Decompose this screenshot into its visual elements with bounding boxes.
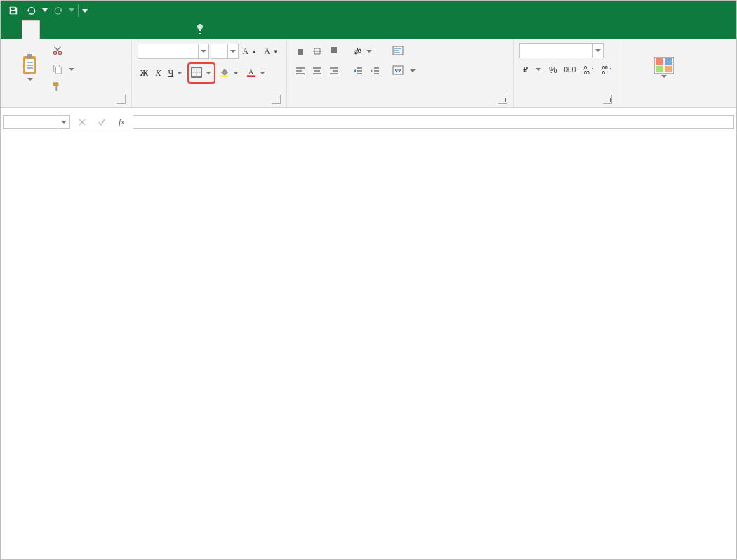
bold-button[interactable]: Ж	[138, 65, 152, 81]
format-as-table-button[interactable]	[704, 41, 726, 93]
italic-button[interactable]: К	[152, 65, 164, 81]
accounting-format-icon[interactable]: ₽	[519, 61, 545, 78]
lightbulb-icon	[196, 24, 204, 36]
svg-point-6	[58, 51, 61, 54]
group-font: A▲ A▼ Ж К Ч A	[132, 40, 287, 107]
font-name-combo[interactable]	[138, 44, 209, 59]
number-format-combo[interactable]	[519, 43, 604, 58]
svg-point-5	[53, 51, 56, 54]
svg-text:,00: ,00	[601, 65, 608, 70]
tell-me[interactable]	[189, 21, 215, 39]
chevron-down-icon	[27, 78, 34, 81]
chevron-down-icon	[68, 68, 75, 71]
svg-text:₽: ₽	[523, 65, 528, 74]
chevron-down-icon	[592, 44, 603, 58]
percent-format-icon[interactable]: %	[546, 61, 560, 78]
chevron-down-icon	[409, 69, 416, 72]
group-alignment: ab	[287, 40, 514, 107]
dialog-launcher-icon[interactable]	[498, 95, 507, 104]
redo-dropdown-icon[interactable]	[68, 8, 75, 12]
merge-center-button[interactable]	[390, 62, 419, 79]
chevron-down-icon	[232, 72, 239, 74]
cancel-icon[interactable]	[72, 114, 92, 130]
tab-page-layout[interactable]	[57, 21, 74, 39]
align-middle-icon[interactable]	[310, 43, 325, 60]
tab-developer[interactable]	[141, 21, 158, 39]
tab-home[interactable]	[22, 20, 40, 39]
chevron-down-icon[interactable]	[58, 116, 69, 128]
qat-customize-icon[interactable]	[81, 8, 88, 13]
svg-rect-25	[665, 58, 672, 65]
svg-text:,0: ,0	[601, 70, 605, 74]
font-color-icon: A	[246, 67, 256, 79]
svg-rect-24	[656, 58, 663, 65]
tab-powerpivot[interactable]	[158, 21, 175, 39]
conditional-formatting-button[interactable]	[624, 41, 704, 93]
svg-rect-8	[55, 67, 61, 74]
redo-icon[interactable]	[50, 2, 67, 19]
quick-access-toolbar	[1, 2, 88, 19]
group-number: ₽ % 000 ,0,00 ,00,0	[514, 40, 618, 107]
fill-color-button[interactable]	[217, 65, 242, 81]
decrease-decimal-icon[interactable]: ,00,0	[598, 61, 615, 78]
chevron-down-icon	[198, 44, 208, 58]
undo-dropdown-icon[interactable]	[41, 8, 48, 12]
borders-icon	[191, 67, 202, 80]
paste-button[interactable]	[11, 41, 50, 93]
svg-text:,00: ,00	[583, 70, 590, 74]
increase-indent-icon[interactable]	[367, 62, 383, 79]
orientation-icon[interactable]: ab	[350, 43, 376, 60]
svg-rect-26	[656, 66, 663, 72]
tab-file[interactable]	[5, 21, 22, 39]
underline-button[interactable]: Ч	[165, 65, 186, 81]
font-size-combo[interactable]	[211, 44, 239, 59]
group-clipboard	[5, 40, 132, 107]
tab-insert[interactable]	[40, 21, 57, 39]
tab-review[interactable]	[107, 21, 124, 39]
dialog-launcher-icon[interactable]	[117, 95, 126, 104]
align-right-icon[interactable]	[326, 62, 342, 79]
chevron-down-icon	[205, 72, 212, 74]
font-color-button[interactable]: A	[244, 65, 269, 81]
cut-button[interactable]	[50, 43, 78, 60]
title-bar	[1, 1, 736, 20]
svg-rect-0	[11, 7, 15, 10]
ribbon-tabs	[1, 20, 736, 39]
borders-button[interactable]	[187, 62, 215, 84]
tab-formulas[interactable]	[74, 21, 91, 39]
copy-button[interactable]	[50, 61, 78, 78]
svg-rect-12	[221, 75, 229, 77]
fx-icon[interactable]: fx	[112, 114, 131, 130]
name-box[interactable]	[3, 115, 70, 129]
clipboard-icon	[20, 54, 40, 78]
increase-font-icon[interactable]: A▲	[240, 43, 260, 60]
comma-format-icon[interactable]: 000	[562, 61, 579, 78]
svg-rect-9	[54, 82, 58, 85]
dialog-launcher-icon[interactable]	[603, 95, 612, 104]
svg-rect-14	[247, 75, 255, 77]
chevron-down-icon	[176, 72, 183, 74]
tab-data[interactable]	[91, 21, 107, 39]
decrease-font-icon[interactable]: A▼	[261, 43, 281, 60]
svg-rect-3	[27, 54, 32, 58]
formula-bar: fx	[1, 114, 736, 131]
svg-rect-27	[665, 66, 672, 72]
enter-icon[interactable]	[92, 114, 112, 130]
qat-separator	[78, 4, 79, 17]
dialog-launcher-icon[interactable]	[272, 95, 281, 104]
svg-rect-10	[55, 86, 57, 91]
wrap-text-button[interactable]	[390, 43, 419, 60]
decrease-indent-icon[interactable]	[350, 62, 366, 79]
formula-input[interactable]	[133, 115, 734, 129]
format-painter-button[interactable]	[50, 79, 78, 96]
increase-decimal-icon[interactable]: ,0,00	[580, 61, 597, 78]
copy-icon	[53, 64, 62, 76]
save-icon[interactable]	[5, 2, 22, 19]
align-left-icon[interactable]	[293, 62, 308, 79]
tab-view[interactable]	[124, 21, 141, 39]
paintbrush-icon	[53, 82, 62, 94]
align-center-icon[interactable]	[310, 62, 325, 79]
undo-icon[interactable]	[23, 2, 40, 19]
align-top-icon[interactable]	[293, 43, 308, 60]
align-bottom-icon[interactable]	[326, 43, 342, 60]
